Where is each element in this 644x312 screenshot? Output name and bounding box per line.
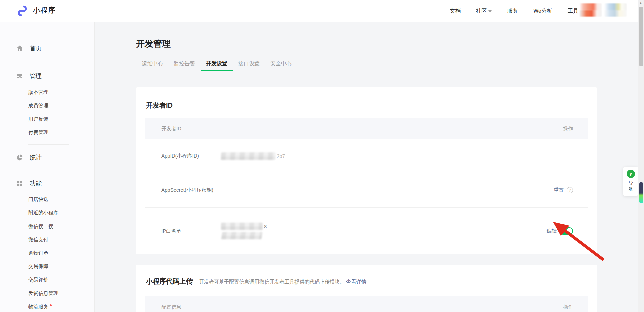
sidebar-item-store-delivery[interactable]: 门店快送 bbox=[28, 196, 94, 203]
col-actions: 操作 bbox=[563, 126, 573, 132]
divider bbox=[28, 61, 69, 61]
redacted-value bbox=[221, 232, 262, 239]
sidebar-item-shopping-orders[interactable]: 购物订单 bbox=[28, 250, 94, 256]
table-row: AppSecret(小程序密钥) 重置 ? bbox=[145, 173, 588, 208]
redacted-account-badge[interactable] bbox=[580, 3, 602, 17]
home-icon bbox=[16, 45, 23, 52]
top-header: 小程序 文档 社区 服务 We分析 工具 bbox=[0, 0, 644, 22]
redacted-avatar[interactable] bbox=[604, 3, 627, 17]
col-actions: 操作 bbox=[563, 304, 573, 310]
floating-nav-text-1: 导 bbox=[629, 180, 633, 186]
reset-secret-link[interactable]: 重置 bbox=[554, 187, 564, 193]
nav-services[interactable]: 服务 bbox=[507, 8, 518, 15]
sidebar-item-trade-guarantee[interactable]: 交易保障 bbox=[28, 263, 94, 270]
nav-extension-icon: y bbox=[627, 170, 635, 178]
pie-chart-icon bbox=[16, 154, 23, 161]
sidebar-item-manage[interactable]: 管理 bbox=[16, 71, 94, 81]
ip-whitelist-label: IP白名单 bbox=[161, 228, 221, 234]
divider bbox=[28, 144, 69, 145]
miniprogram-logo[interactable]: 小程序 bbox=[17, 5, 56, 16]
scroll-progress-indicator bbox=[639, 182, 643, 203]
tab-security-center[interactable]: 安全中心 bbox=[265, 60, 297, 71]
account-area bbox=[580, 3, 627, 17]
top-nav: 文档 社区 服务 We分析 工具 bbox=[450, 0, 578, 22]
scrollbar-thumb[interactable] bbox=[639, 7, 643, 66]
nav-docs[interactable]: 文档 bbox=[450, 8, 461, 15]
wechat-miniprogram-console: 小程序 文档 社区 服务 We分析 工具 首页 管理 bbox=[0, 0, 644, 312]
sidebar-item-wechat-pay[interactable]: 微信支付 bbox=[28, 236, 94, 243]
floating-nav-text-2: 航 bbox=[629, 186, 633, 192]
col-developer-id: 开发者ID bbox=[161, 126, 181, 132]
table-row: IP白名单 8 编辑 bbox=[145, 208, 588, 254]
ip-visible-suffix: 8 bbox=[264, 224, 267, 229]
sidebar: 首页 管理 版本管理 成员管理 用户反馈 付费管理 统计 bbox=[0, 22, 95, 312]
ip-whitelist-values-redacted: 8 bbox=[221, 223, 547, 239]
nav-community[interactable]: 社区 bbox=[476, 8, 492, 15]
appsecret-label: AppSecret(小程序密钥) bbox=[161, 187, 221, 193]
divider bbox=[28, 170, 69, 170]
col-config-info: 配置信息 bbox=[161, 304, 181, 310]
new-badge bbox=[50, 304, 52, 306]
tab-dev-settings[interactable]: 开发设置 bbox=[201, 60, 233, 71]
toggle-knob bbox=[566, 228, 572, 234]
scrollbar-track[interactable] bbox=[638, 0, 644, 312]
tray-icon bbox=[16, 72, 23, 80]
table-header: 配置信息 操作 bbox=[145, 296, 588, 312]
appid-visible-suffix: 2b7 bbox=[277, 153, 285, 159]
appid-label: AppID(小程序ID) bbox=[161, 153, 221, 159]
grid-icon bbox=[16, 180, 23, 187]
sidebar-item-shipping-info-manage[interactable]: 发货信息管理 bbox=[28, 290, 94, 297]
code-upload-description: 开发者可基于配置信息调用微信开发者工具提供的代码上传模块。 bbox=[199, 279, 345, 285]
logo-text: 小程序 bbox=[33, 5, 56, 15]
developer-id-title: 开发者ID bbox=[146, 101, 173, 110]
appid-value-redacted: 2b7 bbox=[221, 152, 573, 160]
sidebar-item-user-feedback[interactable]: 用户反馈 bbox=[28, 116, 94, 122]
sidebar-item-statistics[interactable]: 统计 bbox=[16, 153, 94, 162]
nav-we-analytics[interactable]: We分析 bbox=[533, 8, 552, 15]
sidebar-item-home[interactable]: 首页 bbox=[16, 44, 94, 53]
sidebar-item-version-manage[interactable]: 版本管理 bbox=[28, 89, 94, 96]
floating-nav-widget[interactable]: y 导 航 bbox=[623, 167, 639, 196]
sidebar-item-nearby-miniprograms[interactable]: 附近的小程序 bbox=[28, 209, 94, 216]
chevron-down-icon bbox=[488, 10, 492, 12]
tab-ops-center[interactable]: 运维中心 bbox=[136, 60, 168, 71]
sidebar-item-features[interactable]: 功能 bbox=[16, 179, 94, 188]
table-header: 开发者ID 操作 bbox=[145, 118, 588, 139]
table-row: AppID(小程序ID) 2b7 bbox=[145, 139, 588, 173]
developer-id-card: 开发者ID 开发者ID 操作 AppID(小程序ID) 2b7 AppSecre… bbox=[136, 87, 597, 254]
tab-api-settings[interactable]: 接口设置 bbox=[233, 60, 265, 71]
sidebar-item-logistics-service[interactable]: 物流服务 bbox=[28, 303, 94, 310]
tab-bar: 运维中心 监控告警 开发设置 接口设置 安全中心 bbox=[136, 60, 597, 71]
nav-tools[interactable]: 工具 bbox=[568, 8, 578, 15]
sidebar-item-wechat-search[interactable]: 微信搜一搜 bbox=[28, 223, 94, 230]
ip-whitelist-toggle[interactable] bbox=[559, 227, 573, 235]
sidebar-item-trade-review[interactable]: 交易评价 bbox=[28, 276, 94, 283]
scroll-up-arrow-icon[interactable] bbox=[639, 1, 642, 4]
help-icon[interactable]: ? bbox=[567, 187, 573, 193]
view-details-link[interactable]: 查看详情 bbox=[346, 279, 366, 285]
page-title: 开发管理 bbox=[136, 38, 171, 50]
tab-monitor-alert[interactable]: 监控告警 bbox=[168, 60, 201, 71]
sidebar-item-member-manage[interactable]: 成员管理 bbox=[28, 102, 94, 109]
redacted-value bbox=[221, 152, 276, 160]
edit-ip-whitelist-link[interactable]: 编辑 bbox=[547, 228, 557, 234]
code-upload-title: 小程序代码上传 bbox=[146, 277, 193, 286]
code-upload-card: 小程序代码上传 开发者可基于配置信息调用微信开发者工具提供的代码上传模块。 查看… bbox=[136, 265, 597, 312]
sidebar-item-payment-manage[interactable]: 付费管理 bbox=[28, 129, 94, 136]
miniprogram-logo-icon bbox=[17, 5, 28, 16]
redacted-value bbox=[221, 223, 263, 230]
